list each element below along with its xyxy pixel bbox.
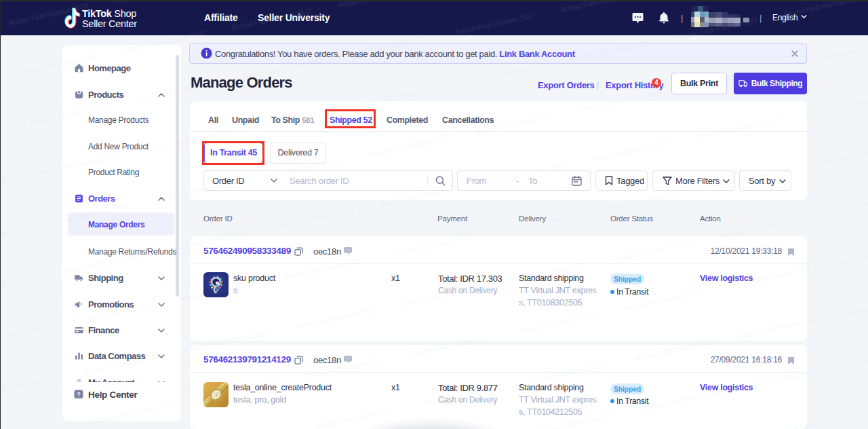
svg-text:Seller Center: Seller Center	[82, 18, 137, 29]
svg-text:?: ?	[77, 391, 81, 398]
svg-text:TikTok Shop: TikTok Shop	[82, 8, 136, 19]
